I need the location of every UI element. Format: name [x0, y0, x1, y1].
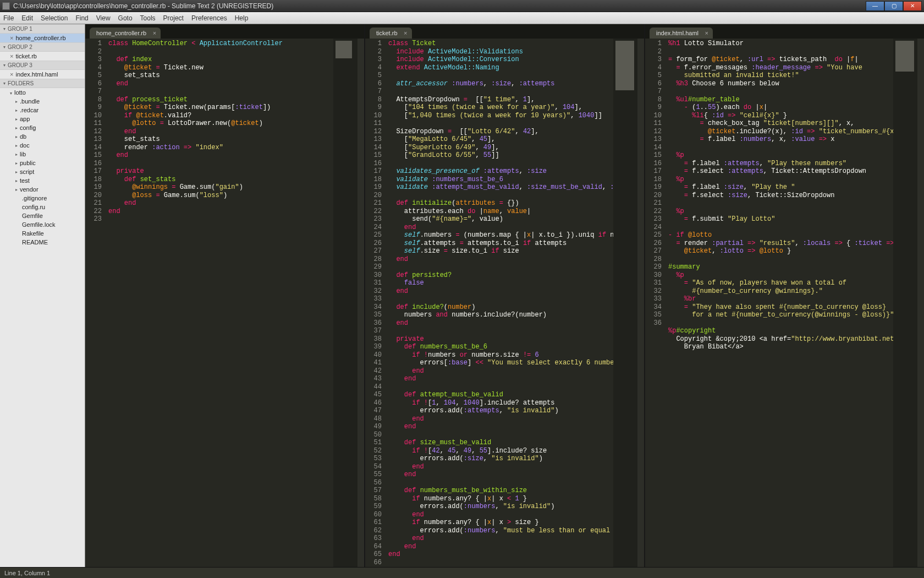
file-configru[interactable]: config.ru	[0, 203, 85, 211]
menu-bar: File Edit Selection Find View Goto Tools…	[0, 12, 924, 24]
editor-1[interactable]: 1 2 3 4 5 6 7 8 9 10 11 12 13 14 15 16 1…	[85, 39, 364, 567]
menu-edit[interactable]: Edit	[21, 14, 33, 22]
minimap-1[interactable]	[333, 39, 358, 567]
scrollbar-2[interactable]	[637, 39, 644, 567]
folder-test[interactable]: test	[0, 176, 85, 185]
file-gemfile[interactable]: Gemfile	[0, 211, 85, 220]
main-area: GROUP 1 home_controller.rb GROUP 2 ticke…	[0, 24, 924, 567]
open-file-home-controller[interactable]: home_controller.rb	[0, 34, 85, 42]
status-text: Line 1, Column 1	[4, 570, 50, 576]
window-titlebar: C:\Users\bry\lotto\app\controllers\home_…	[0, 0, 924, 12]
window-title: C:\Users\bry\lotto\app\controllers\home_…	[13, 2, 273, 10]
editor-panes: home_controller.rb 1 2 3 4 5 6 7 8 9 10 …	[85, 24, 924, 567]
pane-2: ticket.rb 1 2 3 4 5 6 7 8 9 10 11 12 13 …	[365, 24, 645, 567]
minimize-button[interactable]: —	[866, 1, 884, 11]
pane-3: index.html.haml 1 2 3 4 5 6 7 8 9 10 11 …	[645, 24, 924, 567]
folder-db[interactable]: db	[0, 132, 85, 141]
scrollbar-3[interactable]	[917, 39, 924, 567]
tabbar-3: index.html.haml	[645, 24, 924, 39]
gutter-1: 1 2 3 4 5 6 7 8 9 10 11 12 13 14 15 16 1…	[85, 39, 106, 567]
file-rakefile[interactable]: Rakefile	[0, 229, 85, 238]
folder-vendor[interactable]: vendor	[0, 185, 85, 194]
code-3[interactable]: %h1 Lotto Simulator = form_for @ticket, …	[666, 39, 893, 567]
tab-ticket[interactable]: ticket.rb	[370, 28, 412, 39]
open-file-index-haml[interactable]: index.html.haml	[0, 70, 85, 79]
minimap-2[interactable]	[613, 39, 637, 567]
group-header-1[interactable]: GROUP 1	[0, 24, 85, 34]
folder-doc[interactable]: doc	[0, 141, 85, 150]
gutter-2: 1 2 3 4 5 6 7 8 9 10 11 12 13 14 15 16 1…	[365, 39, 386, 567]
editor-3[interactable]: 1 2 3 4 5 6 7 8 9 10 11 12 13 14 15 16 1…	[645, 39, 924, 567]
folder-redcar[interactable]: .redcar	[0, 106, 85, 114]
menu-preferences[interactable]: Preferences	[191, 14, 227, 22]
minimap-3[interactable]	[893, 39, 917, 567]
menu-find[interactable]: Find	[75, 14, 88, 22]
code-1[interactable]: class HomeController < ApplicationContro…	[106, 39, 333, 567]
sidebar: GROUP 1 home_controller.rb GROUP 2 ticke…	[0, 24, 85, 567]
scrollbar-1[interactable]	[358, 39, 364, 567]
file-gemfilelock[interactable]: Gemfile.lock	[0, 220, 85, 229]
app-icon	[2, 2, 10, 10]
menu-goto[interactable]: Goto	[118, 14, 133, 22]
file-readme[interactable]: README	[0, 238, 85, 247]
folder-bundle[interactable]: .bundle	[0, 97, 85, 106]
folder-public[interactable]: public	[0, 159, 85, 167]
folders-header[interactable]: FOLDERS	[0, 79, 85, 88]
maximize-button[interactable]: ▢	[884, 1, 903, 11]
menu-file[interactable]: File	[3, 14, 14, 22]
tabbar-2: ticket.rb	[365, 24, 644, 39]
group-header-2[interactable]: GROUP 2	[0, 42, 85, 52]
file-gitignore[interactable]: .gitignore	[0, 194, 85, 203]
group-header-3[interactable]: GROUP 3	[0, 61, 85, 70]
close-button[interactable]: ✕	[903, 1, 922, 11]
editor-2[interactable]: 1 2 3 4 5 6 7 8 9 10 11 12 13 14 15 16 1…	[365, 39, 644, 567]
tabbar-1: home_controller.rb	[85, 24, 364, 39]
menu-tools[interactable]: Tools	[140, 14, 156, 22]
folder-lib[interactable]: lib	[0, 150, 85, 159]
window-buttons: — ▢ ✕	[866, 1, 922, 11]
pane-1: home_controller.rb 1 2 3 4 5 6 7 8 9 10 …	[85, 24, 365, 567]
menu-help[interactable]: Help	[235, 14, 249, 22]
menu-project[interactable]: Project	[163, 14, 184, 22]
status-bar: Line 1, Column 1	[0, 567, 924, 578]
open-file-ticket[interactable]: ticket.rb	[0, 52, 85, 61]
tab-home-controller[interactable]: home_controller.rb	[90, 28, 161, 39]
menu-selection[interactable]: Selection	[41, 14, 68, 22]
gutter-3: 1 2 3 4 5 6 7 8 9 10 11 12 13 14 15 16 1…	[645, 39, 666, 567]
menu-view[interactable]: View	[96, 14, 111, 22]
code-2[interactable]: class Ticket include ActiveModel::Valida…	[386, 39, 613, 567]
folder-app[interactable]: app	[0, 114, 85, 123]
folder-config[interactable]: config	[0, 123, 85, 132]
tab-index-haml[interactable]: index.html.haml	[650, 28, 713, 39]
folder-script[interactable]: script	[0, 167, 85, 176]
folder-root[interactable]: lotto	[0, 88, 85, 97]
